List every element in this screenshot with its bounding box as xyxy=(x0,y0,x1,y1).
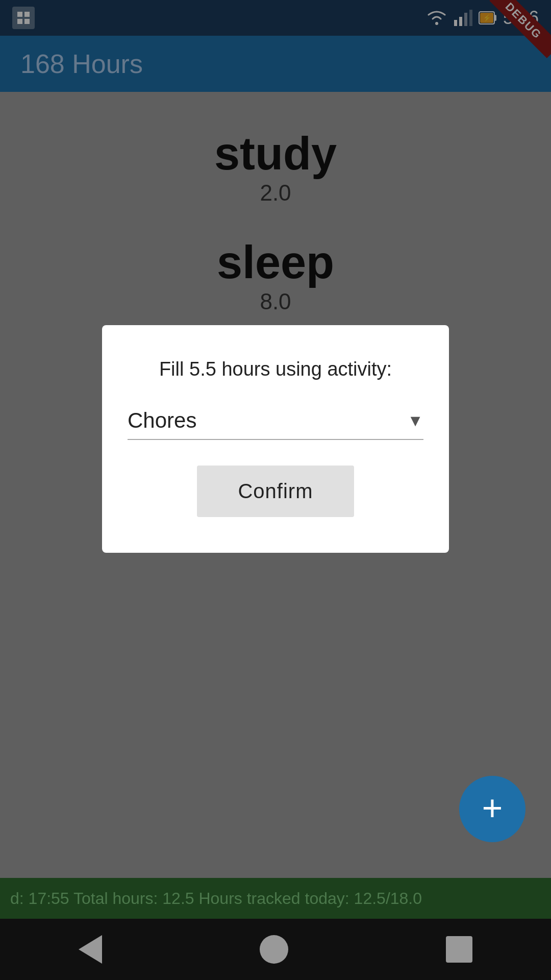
confirm-button[interactable]: Confirm xyxy=(197,465,354,517)
chevron-down-icon: ▼ xyxy=(407,411,423,430)
activity-dropdown[interactable]: Chores ▼ xyxy=(128,408,423,440)
modal-overlay: Fill 5.5 hours using activity: Chores ▼ … xyxy=(0,0,551,980)
selected-activity: Chores xyxy=(128,408,196,433)
dialog-message: Fill 5.5 hours using activity: xyxy=(159,356,392,383)
fill-activity-dialog: Fill 5.5 hours using activity: Chores ▼ … xyxy=(102,325,449,553)
add-fab[interactable]: + xyxy=(459,776,525,842)
add-icon: + xyxy=(482,790,503,826)
